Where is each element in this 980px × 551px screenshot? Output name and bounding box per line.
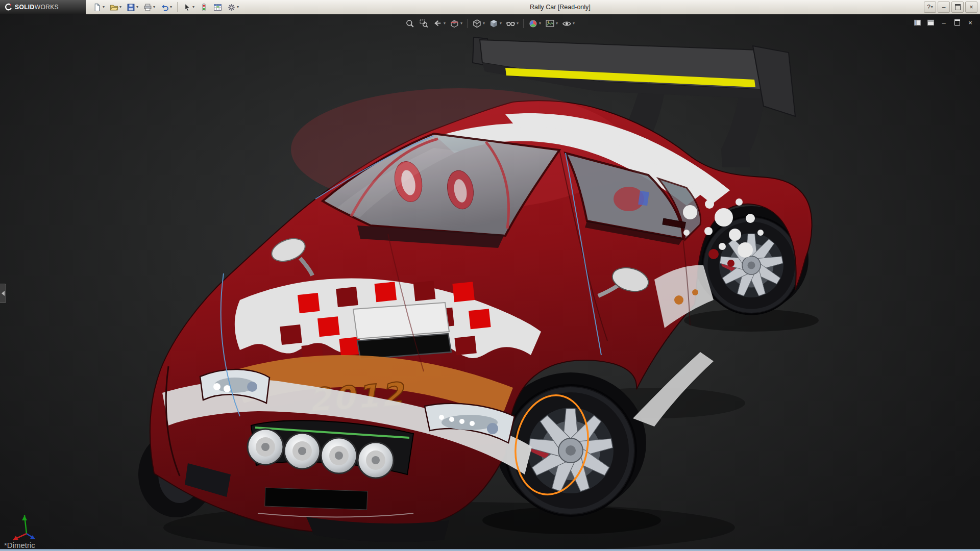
zoom-to-fit-icon xyxy=(405,19,415,29)
new-document-icon xyxy=(93,3,102,12)
feature-manager-flyout-tab[interactable] xyxy=(0,284,6,303)
edit-appearance-ball-icon xyxy=(528,19,538,29)
document-close-button[interactable]: × xyxy=(965,17,976,28)
rally-car-model[interactable]: 2012 xyxy=(0,14,980,551)
restore-icon xyxy=(954,19,960,26)
graphics-area[interactable]: 2012 xyxy=(0,14,980,551)
view-settings-button[interactable]: ▾ xyxy=(560,17,576,30)
select-button[interactable]: ▾ xyxy=(181,1,197,14)
section-view-button[interactable]: ▾ xyxy=(448,17,464,30)
chevron-down-icon[interactable]: ▾ xyxy=(237,5,239,9)
design-table-button[interactable] xyxy=(211,1,224,14)
solidworks-window: SOLIDWORKS ▾ ▾ xyxy=(0,0,980,551)
document-restore-button[interactable] xyxy=(951,17,963,28)
split-pane-icon xyxy=(914,19,921,26)
chevron-down-icon[interactable]: ▾ xyxy=(931,5,933,9)
titlebar: SOLIDWORKS ▾ ▾ xyxy=(0,0,980,15)
save-button[interactable]: ▾ xyxy=(125,1,140,14)
solidworks-logo-icon xyxy=(4,3,12,11)
chevron-down-icon[interactable]: ▾ xyxy=(103,5,105,9)
select-cursor-icon xyxy=(183,3,191,12)
design-table-icon xyxy=(213,3,222,12)
close-button[interactable]: × xyxy=(965,2,977,13)
license-plate xyxy=(265,488,368,510)
document-title: Rally Car [Read-only] xyxy=(530,0,591,14)
collapse-arrow-icon xyxy=(2,291,5,296)
chevron-down-icon[interactable]: ▾ xyxy=(556,21,558,26)
chevron-down-icon[interactable]: ▾ xyxy=(444,21,446,26)
hide-show-items-button[interactable]: ▾ xyxy=(504,17,520,30)
chevron-down-icon[interactable]: ▾ xyxy=(460,21,462,26)
close-icon: × xyxy=(969,4,973,10)
minimize-icon: – xyxy=(942,19,945,27)
apply-scene-icon xyxy=(545,19,555,29)
view-orientation-label: *Dimetric xyxy=(4,541,35,549)
save-icon xyxy=(127,3,135,12)
display-style-icon xyxy=(489,19,499,29)
undo-icon xyxy=(160,3,169,12)
options-gear-icon xyxy=(227,3,236,12)
open-button[interactable]: ▾ xyxy=(108,1,124,14)
undo-button[interactable]: ▾ xyxy=(158,1,174,14)
harness xyxy=(638,191,649,206)
zoom-to-area-icon xyxy=(419,19,429,29)
status-bar-edge xyxy=(0,549,980,551)
rebuild-icon xyxy=(200,3,208,12)
print-icon xyxy=(143,3,152,12)
chevron-down-icon[interactable]: ▾ xyxy=(119,5,121,9)
rear-right-wheel[interactable] xyxy=(702,216,800,314)
chevron-down-icon[interactable]: ▾ xyxy=(136,5,138,9)
window-controls: ?▾ – × xyxy=(924,2,977,13)
edit-appearance-button[interactable]: ▾ xyxy=(527,17,543,30)
help-button[interactable]: ?▾ xyxy=(924,2,936,13)
view-orientation-cube-icon xyxy=(472,19,482,29)
document-minimize-button[interactable]: – xyxy=(938,17,949,28)
document-window-controls: – × xyxy=(912,17,976,28)
print-button[interactable]: ▾ xyxy=(141,1,157,14)
view-settings-eye-icon xyxy=(562,19,572,29)
toolbar-separator xyxy=(523,19,524,28)
previous-view-icon xyxy=(433,19,443,29)
view-orientation-button[interactable]: ▾ xyxy=(471,17,486,30)
close-icon: × xyxy=(968,19,972,27)
restore-button[interactable] xyxy=(951,2,964,13)
heads-up-view-toolbar: ▾ ▾ ▾ xyxy=(404,17,576,30)
minimize-button[interactable]: – xyxy=(938,2,950,13)
standard-toolbar: ▾ ▾ ▾ xyxy=(91,1,241,14)
apply-scene-button[interactable]: ▾ xyxy=(544,17,559,30)
toolbar-separator xyxy=(467,19,468,28)
chevron-down-icon[interactable]: ▾ xyxy=(153,5,155,9)
chevron-down-icon[interactable]: ▾ xyxy=(517,21,519,26)
solidworks-logo: SOLIDWORKS xyxy=(0,0,86,14)
zoom-to-area-button[interactable] xyxy=(418,17,430,30)
display-style-button[interactable]: ▾ xyxy=(487,17,503,30)
full-screen-icon xyxy=(927,19,935,26)
hide-show-glasses-icon xyxy=(506,19,516,29)
minimize-icon: – xyxy=(942,4,946,10)
open-icon xyxy=(110,3,118,12)
chevron-down-icon[interactable]: ▾ xyxy=(500,21,502,26)
zoom-to-fit-button[interactable] xyxy=(404,17,416,30)
toolbar-separator xyxy=(177,2,178,12)
chevron-down-icon[interactable]: ▾ xyxy=(573,21,575,26)
split-pane-button[interactable] xyxy=(912,17,923,28)
options-button[interactable]: ▾ xyxy=(225,1,241,14)
hood-scoop xyxy=(353,303,451,359)
brand-text-works: WORKS xyxy=(35,4,59,11)
orientation-triad xyxy=(8,507,45,544)
brand-text: SOLIDWORKS xyxy=(15,4,59,11)
new-document-button[interactable]: ▾ xyxy=(91,1,107,14)
full-screen-button[interactable] xyxy=(925,17,936,28)
brand-text-solid: SOLID xyxy=(15,4,35,11)
chevron-down-icon[interactable]: ▾ xyxy=(192,5,194,9)
section-view-icon xyxy=(450,19,459,29)
chevron-down-icon[interactable]: ▾ xyxy=(539,21,541,26)
chevron-down-icon[interactable]: ▾ xyxy=(170,5,172,9)
restore-icon xyxy=(955,4,961,10)
chevron-down-icon[interactable]: ▾ xyxy=(483,21,485,26)
rebuild-button[interactable] xyxy=(198,1,210,14)
previous-view-button[interactable]: ▾ xyxy=(431,17,447,30)
